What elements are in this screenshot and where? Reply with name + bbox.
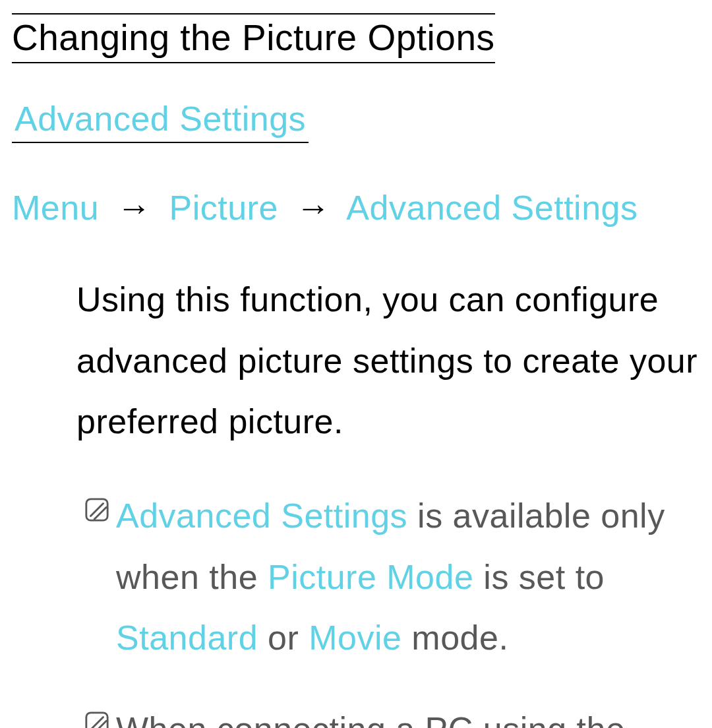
svg-line-1 <box>91 504 104 516</box>
note-highlight: Picture Mode <box>268 558 473 596</box>
section-heading-rule: Advanced Settings <box>12 100 309 143</box>
body-paragraph: Using this function, you can configure a… <box>12 269 700 452</box>
breadcrumb-item-advanced-settings: Advanced Settings <box>346 189 638 227</box>
svg-line-2 <box>94 507 106 519</box>
section-heading: Advanced Settings <box>15 100 306 138</box>
note-highlight: Advanced Settings <box>116 497 407 535</box>
breadcrumb-item-menu: Menu <box>12 189 99 227</box>
breadcrumb-item-picture: Picture <box>169 189 278 227</box>
breadcrumb: Menu → Picture → Advanced Settings <box>12 189 700 227</box>
note-text: mode. <box>401 619 508 657</box>
note-text: is set to <box>473 558 605 596</box>
arrow-icon: → <box>109 189 160 227</box>
arrow-icon: → <box>288 189 339 227</box>
note-icon <box>84 497 109 522</box>
page-title: Changing the Picture Options <box>12 16 495 59</box>
page-title-rule: Changing the Picture Options <box>12 13 495 63</box>
note-highlight: Standard <box>116 619 258 657</box>
note-icon <box>84 711 109 728</box>
note-text: When connecting a PC using the HDMI-DVI … <box>116 710 625 728</box>
svg-rect-3 <box>86 713 107 728</box>
note-item: When connecting a PC using the HDMI-DVI … <box>76 699 700 728</box>
note-text: or <box>258 619 309 657</box>
note-item: Advanced Settings is available only when… <box>76 485 700 669</box>
notes-list: Advanced Settings is available only when… <box>12 485 700 728</box>
note-highlight: Movie <box>309 619 401 657</box>
